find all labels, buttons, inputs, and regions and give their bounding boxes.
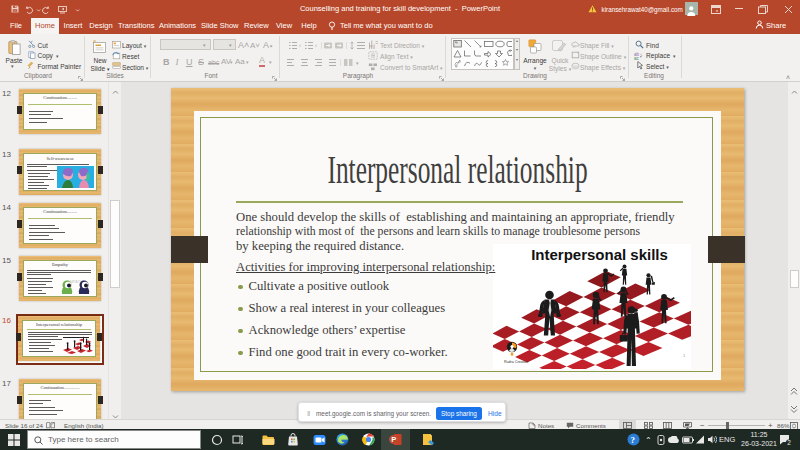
- svg-text:P: P: [391, 435, 396, 444]
- svg-text:2: 2: [787, 439, 791, 446]
- svg-text:?: ?: [631, 435, 636, 445]
- svg-text:1: 1: [683, 353, 686, 358]
- svg-text:ac: ac: [634, 56, 640, 60]
- svg-text:Rudra Creation: Rudra Creation: [504, 360, 528, 364]
